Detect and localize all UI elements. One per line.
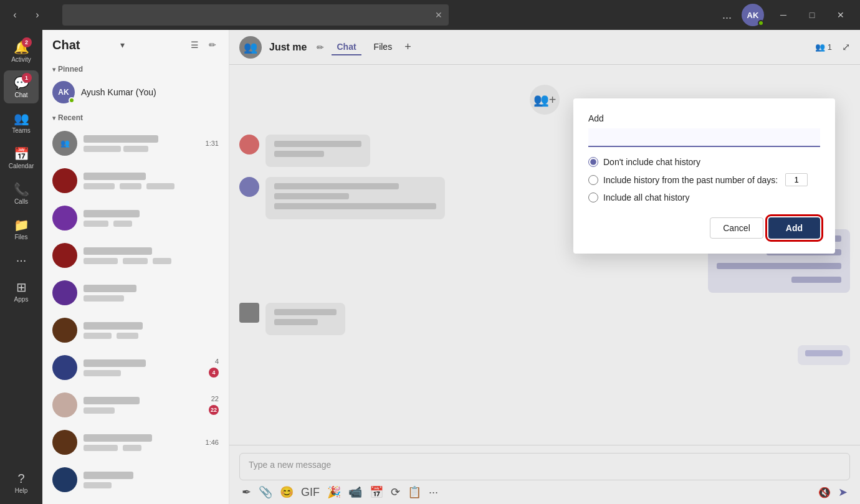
chat-item[interactable]: 1:46: [42, 424, 229, 461]
all-history-label: Include all chat history: [603, 193, 690, 202]
apps-label: Apps: [14, 296, 29, 303]
pinned-section-label[interactable]: ▾ Pinned: [42, 60, 229, 76]
no-history-option[interactable]: Don't include chat history: [588, 157, 820, 167]
sidebar-item-files[interactable]: 📁 Files: [4, 212, 39, 245]
minimize-button[interactable]: ─: [769, 0, 798, 30]
user-avatar-button[interactable]: AK: [742, 4, 764, 26]
window-controls: ─ □ ✕: [769, 0, 855, 30]
chat-info: [84, 359, 203, 376]
chat-name: [84, 396, 203, 406]
history-days-radio[interactable]: [588, 175, 598, 185]
back-button[interactable]: ‹: [5, 5, 25, 25]
chat-avatar: 👥: [52, 131, 77, 156]
pinned-chevron: ▾: [52, 66, 55, 73]
pinned-item-ayush[interactable]: AK Ayush Kumar (You): [42, 76, 229, 108]
left-rail: 🔔 2 Activity 💬 1 Chat 👥 Teams 📅 Calendar…: [0, 30, 42, 504]
history-options: Don't include chat history Include histo…: [588, 157, 820, 202]
history-days-option[interactable]: Include history from the past number of …: [588, 173, 820, 186]
help-icon: ?: [17, 472, 24, 486]
teams-icon: 👥: [14, 111, 29, 126]
chat-list: 👥 1:31: [42, 125, 229, 504]
chat-preview: [84, 146, 199, 152]
chat-info: [84, 209, 213, 227]
new-chat-icon[interactable]: ✏: [206, 37, 219, 52]
activity-icon: 🔔 2: [14, 40, 29, 55]
chat-preview: [84, 295, 213, 302]
help-label: Help: [15, 487, 28, 494]
sidebar-item-help[interactable]: ? Help: [4, 467, 39, 499]
forward-button[interactable]: ›: [27, 5, 47, 25]
chat-item[interactable]: [42, 311, 229, 349]
chat-avatar: [52, 280, 77, 305]
all-history-radio[interactable]: [588, 193, 598, 202]
sidebar-item-teams[interactable]: 👥 Teams: [4, 106, 39, 139]
teams-label: Teams: [12, 127, 30, 134]
chat-item[interactable]: [42, 162, 229, 199]
chat-info: [84, 321, 213, 339]
calls-label: Calls: [14, 198, 28, 205]
chat-name: [84, 284, 213, 294]
chat-avatar: [52, 355, 77, 380]
recent-section-label[interactable]: ▾ Recent: [42, 108, 229, 125]
calendar-icon: 📅: [14, 146, 29, 161]
chat-dropdown-arrow[interactable]: ▾: [120, 40, 183, 50]
close-button[interactable]: ✕: [826, 0, 855, 30]
more-options-button[interactable]: ...: [717, 6, 737, 24]
chat-avatar: [52, 243, 77, 268]
chat-name: [84, 135, 199, 145]
avatar-status-indicator: [758, 20, 764, 26]
chat-preview: [84, 370, 203, 376]
maximize-button[interactable]: □: [798, 0, 826, 30]
sidebar-item-activity[interactable]: 🔔 2 Activity: [4, 35, 39, 68]
title-bar: ‹ › p ✕ ... AK ─ □ ✕: [0, 0, 860, 30]
search-clear-icon[interactable]: ✕: [435, 10, 442, 20]
modal-label: Add: [588, 113, 820, 123]
add-button[interactable]: Add: [768, 217, 820, 239]
chat-name: [84, 359, 203, 369]
chat-info: [84, 396, 203, 414]
chat-info: [84, 172, 213, 189]
add-people-input[interactable]: [588, 128, 820, 147]
chat-panel-header: Chat ▾ ☰ ✏: [42, 30, 229, 60]
chat-preview: [84, 482, 213, 488]
search-input[interactable]: p: [69, 10, 435, 20]
days-input[interactable]: [785, 173, 808, 186]
sidebar-item-chat[interactable]: 💬 1 Chat: [4, 70, 39, 103]
chat-meta: 4 4: [209, 358, 219, 378]
chat-item[interactable]: [42, 199, 229, 237]
more-icon: ···: [16, 253, 27, 267]
chat-avatar: [52, 318, 77, 343]
chat-time: 22: [211, 395, 219, 402]
calendar-label: Calendar: [9, 163, 34, 169]
chat-avatar: [52, 168, 77, 193]
chat-item[interactable]: 22 22: [42, 386, 229, 424]
chat-panel: Chat ▾ ☰ ✏ ▾ Pinned AK Ayush Kumar (You)…: [42, 30, 229, 504]
cancel-button[interactable]: Cancel: [710, 217, 763, 239]
chat-item[interactable]: 👥 1:31: [42, 125, 229, 162]
filter-icon[interactable]: ☰: [188, 37, 201, 52]
sidebar-item-apps[interactable]: ⊞ Apps: [4, 275, 39, 308]
app-body: 🔔 2 Activity 💬 1 Chat 👥 Teams 📅 Calendar…: [0, 30, 860, 504]
chat-item[interactable]: [42, 274, 229, 311]
sidebar-item-calls[interactable]: 📞 Calls: [4, 177, 39, 210]
files-icon: 📁: [14, 217, 29, 232]
chat-preview: [84, 445, 199, 451]
search-bar[interactable]: p ✕: [62, 4, 449, 26]
chat-time: 4: [215, 358, 219, 365]
chat-item[interactable]: [42, 237, 229, 274]
no-history-radio[interactable]: [588, 157, 598, 167]
modal-footer: Cancel Add: [588, 217, 820, 239]
chat-meta: 22 22: [209, 395, 219, 415]
recent-chevron: ▾: [52, 115, 55, 121]
all-history-option[interactable]: Include all chat history: [588, 193, 820, 202]
sidebar-item-calendar[interactable]: 📅 Calendar: [4, 141, 39, 174]
history-days-label: Include history from the past number of …: [603, 175, 778, 185]
activity-label: Activity: [11, 56, 31, 63]
ayush-status: [69, 97, 75, 103]
chat-avatar: [52, 467, 77, 492]
calls-icon: 📞: [14, 182, 29, 197]
chat-badge: 1: [22, 73, 32, 83]
chat-item[interactable]: [42, 461, 229, 498]
chat-item[interactable]: 4 4: [42, 349, 229, 386]
sidebar-item-more[interactable]: ···: [4, 248, 39, 272]
